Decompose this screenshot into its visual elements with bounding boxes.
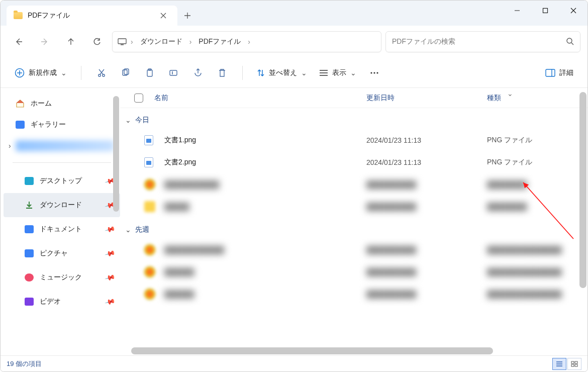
svg-rect-14 <box>546 69 555 76</box>
file-type: PNG ファイル <box>487 136 587 145</box>
maximize-button[interactable] <box>531 1 559 21</box>
view-button[interactable]: 表示 ⌄ <box>314 65 361 80</box>
chevron-right-icon[interactable]: › <box>188 38 193 46</box>
file-row[interactable]: 文書1.png 2024/01/23 11:13 PNG ファイル <box>120 129 587 151</box>
nav-bar: › ダウンロード › PDFファイル › PDFファイルの検索 <box>1 26 587 58</box>
file-row[interactable]: 文書2.png 2024/01/23 11:13 PNG ファイル <box>120 151 587 173</box>
file-icon <box>144 135 164 145</box>
minimize-button[interactable] <box>503 1 531 21</box>
forward-button[interactable] <box>34 32 56 52</box>
item-count: 19 個の項目 <box>7 359 42 368</box>
file-row-redacted[interactable]: ███████████████████████ <box>120 196 587 218</box>
column-headers: 名前 更新日時 ⌄ 種類 <box>120 88 587 108</box>
breadcrumb-current[interactable]: PDFファイル <box>195 35 244 48</box>
sidebar-label: ビデオ <box>40 297 61 306</box>
search-placeholder: PDFファイルの検索 <box>392 37 455 46</box>
new-tab-button[interactable] <box>177 6 198 26</box>
pin-icon: 📌 <box>104 272 116 283</box>
gallery-icon <box>16 121 25 129</box>
file-row-redacted[interactable]: ███████████████████████████████ <box>120 283 587 305</box>
back-button[interactable] <box>8 32 30 52</box>
view-label: 表示 <box>332 68 346 77</box>
select-all-checkbox[interactable] <box>134 94 154 103</box>
chevron-down-icon: ⌄ <box>507 89 513 98</box>
file-row-redacted[interactable]: █████████████████████████████ <box>120 173 587 196</box>
redacted-item <box>16 140 114 151</box>
svg-rect-18 <box>571 364 574 366</box>
file-list: 名前 更新日時 ⌄ 種類 ⌄ 今日 文書1.png 2024/01/23 11:… <box>120 88 587 356</box>
sidebar-label: ピクチャ <box>40 249 68 258</box>
svg-rect-16 <box>571 361 574 363</box>
more-button[interactable] <box>363 63 385 83</box>
close-tab-button[interactable] <box>156 9 170 23</box>
close-window-button[interactable] <box>559 1 587 21</box>
svg-rect-8 <box>147 70 152 76</box>
file-row-redacted[interactable]: ███████████████████████████████ <box>120 261 587 283</box>
sort-button[interactable]: 並べ替え ⌄ <box>252 65 312 80</box>
sidebar-scrollbar[interactable] <box>113 96 119 212</box>
icons-view-button[interactable] <box>567 358 581 370</box>
svg-rect-19 <box>575 364 577 366</box>
monitor-icon <box>118 38 127 45</box>
new-button[interactable]: 新規作成 ⌄ <box>10 65 72 81</box>
svg-rect-10 <box>170 70 177 75</box>
pictures-icon <box>25 249 34 257</box>
svg-point-12 <box>373 72 375 73</box>
sidebar-item-gallery[interactable]: ギャラリー <box>4 114 120 135</box>
breadcrumb-downloads[interactable]: ダウンロード <box>137 35 185 48</box>
folder-icon <box>14 12 23 19</box>
column-name[interactable]: 名前 <box>154 94 366 103</box>
sidebar-label: ホーム <box>31 99 52 108</box>
svg-rect-0 <box>543 9 548 13</box>
group-today[interactable]: ⌄ 今日 <box>120 111 587 129</box>
copy-button[interactable] <box>115 63 137 83</box>
pin-icon: 📌 <box>104 248 116 259</box>
rename-button[interactable] <box>163 63 185 83</box>
details-pane-button[interactable]: 詳細 <box>540 65 578 80</box>
chevron-down-icon: ⌄ <box>125 226 131 234</box>
new-label: 新規作成 <box>29 68 57 77</box>
share-button[interactable] <box>187 63 209 83</box>
pin-icon: 📌 <box>104 224 116 235</box>
chevron-right-icon[interactable]: › <box>130 38 134 46</box>
sidebar-item-pictures[interactable]: ピクチャ 📌 <box>4 241 120 265</box>
up-button[interactable] <box>60 32 82 52</box>
sidebar-label: ギャラリー <box>31 120 66 129</box>
view-mode-toggle <box>552 358 581 370</box>
group-lastweek[interactable]: ⌄ 先週 <box>120 221 587 239</box>
pin-icon: 📌 <box>104 296 116 307</box>
document-icon <box>25 225 34 233</box>
chevron-down-icon: ⌄ <box>350 69 356 77</box>
sidebar-item-desktop[interactable]: デスクトップ 📌 <box>4 169 120 193</box>
column-date[interactable]: 更新日時 <box>366 94 487 103</box>
file-row-redacted[interactable]: █████████████████████████████████████ <box>120 239 587 261</box>
cut-button[interactable] <box>90 63 113 83</box>
chevron-right-icon[interactable]: › <box>247 38 251 46</box>
svg-rect-1 <box>118 39 126 44</box>
active-tab[interactable]: PDFファイル <box>7 6 177 26</box>
address-bar[interactable]: › ダウンロード › PDFファイル › <box>112 31 381 52</box>
toolbar: 新規作成 ⌄ 並べ替え ⌄ 表示 ⌄ 詳細 <box>1 58 587 88</box>
sidebar-item-downloads[interactable]: ダウンロード 📌 <box>4 193 120 217</box>
sidebar-item-videos[interactable]: ビデオ 📌 <box>4 290 120 314</box>
sidebar-item-hidden[interactable]: › <box>4 135 120 156</box>
refresh-button[interactable] <box>86 32 108 52</box>
search-icon <box>566 37 574 47</box>
chevron-right-icon[interactable]: › <box>9 142 11 150</box>
paste-button[interactable] <box>139 63 161 83</box>
details-view-button[interactable] <box>552 358 566 370</box>
details-label: 詳細 <box>559 68 573 77</box>
file-icon <box>144 157 164 167</box>
window-controls <box>503 1 587 21</box>
vertical-scrollbar[interactable] <box>579 92 586 288</box>
download-icon <box>25 201 34 210</box>
file-type: PNG ファイル <box>487 158 587 167</box>
sidebar-item-home[interactable]: ホーム <box>4 93 120 114</box>
sidebar-item-music[interactable]: ミュージック 📌 <box>4 265 120 290</box>
delete-button[interactable] <box>211 63 233 83</box>
sidebar-label: ダウンロード <box>40 201 82 210</box>
search-box[interactable]: PDFファイルの検索 <box>385 31 580 52</box>
sidebar-item-documents[interactable]: ドキュメント 📌 <box>4 217 120 241</box>
horizontal-scrollbar[interactable] <box>131 347 493 354</box>
column-type[interactable]: ⌄ 種類 <box>487 94 587 103</box>
